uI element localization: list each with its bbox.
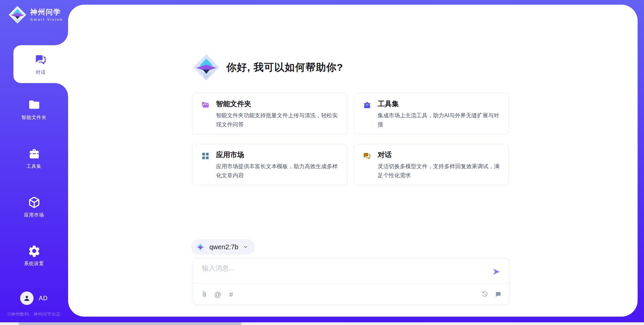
- user-account[interactable]: AD: [0, 291, 68, 305]
- message-input[interactable]: [201, 263, 484, 282]
- main-panel: 你好, 我可以如何帮助你? 智能文件夹 智能文件夹功能支持批量文件上传与清洗，轻…: [68, 5, 638, 317]
- sidebar-item-label: 系统设置: [24, 261, 44, 267]
- paperclip-icon: [201, 291, 208, 298]
- chat-bubble-icon: [495, 291, 502, 298]
- greeting-block: 你好, 我可以如何帮助你?: [192, 53, 343, 81]
- card-toolset[interactable]: 工具集 集成市场上主流工具，助力AI与外界无缝扩展与对接: [354, 93, 509, 134]
- tab-fillet-bottom: [55, 83, 68, 96]
- card-smart-folder[interactable]: 智能文件夹 智能文件夹功能支持批量文件上传与清洗，轻松实现文件问答: [192, 93, 347, 134]
- horizontal-scrollbar: [0, 322, 644, 325]
- composer-toolbar: @ #: [193, 283, 509, 305]
- copyright-footer: ©神州数码 · 神州问学出品: [0, 311, 68, 317]
- mention-button[interactable]: @: [214, 290, 221, 298]
- hash-icon: #: [229, 291, 233, 298]
- model-name: qwen2:7b: [209, 243, 238, 251]
- card-title: 智能文件夹: [216, 99, 251, 109]
- scrollbar-thumb[interactable]: [18, 322, 241, 325]
- card-description: 集成市场上主流工具，助力AI与外界无缝扩展与对接: [378, 111, 501, 129]
- card-description: 灵活切换多模型文件，支持多样回复效果调试，满足个性化需求: [378, 162, 501, 180]
- message-composer: @ #: [193, 258, 509, 305]
- history-icon: [481, 291, 488, 298]
- brand-title: 神州问学: [30, 8, 63, 16]
- at-icon: @: [214, 291, 221, 298]
- send-button[interactable]: [492, 267, 501, 276]
- brand-subtitle: Smart Vision: [30, 17, 63, 21]
- folder-open-icon: [201, 101, 210, 110]
- chevron-down-icon: [243, 244, 248, 250]
- sidebar-item-label: 智能文件夹: [21, 115, 47, 121]
- cube-icon: [28, 196, 41, 209]
- card-description: 智能文件夹功能支持批量文件上传与清洗，轻松实现文件问答: [216, 111, 340, 129]
- avatar: [20, 291, 34, 305]
- toolbox-icon: [363, 101, 372, 110]
- diamond-logo-icon: [8, 5, 27, 24]
- sidebar-item-chat[interactable]: 对话: [13, 45, 68, 83]
- person-icon: [23, 294, 31, 302]
- sidebar-item-settings[interactable]: 系统设置: [0, 244, 68, 274]
- brand-logo: 神州问学 Smart Vision: [8, 5, 63, 24]
- sidebar-item-app-market[interactable]: 应用市场: [0, 196, 68, 225]
- diamond-logo-icon: [192, 53, 220, 81]
- chat-icon: [363, 151, 372, 160]
- history-button[interactable]: [481, 290, 488, 298]
- card-title: 应用市场: [216, 150, 244, 159]
- chat-icon: [34, 53, 48, 66]
- user-name: AD: [39, 295, 48, 302]
- sidebar-item-label: 工具集: [26, 164, 42, 170]
- card-title: 对话: [378, 150, 392, 159]
- hashtag-button[interactable]: #: [227, 290, 235, 298]
- gear-icon: [28, 244, 41, 258]
- new-chat-button[interactable]: [494, 290, 502, 298]
- attach-file-button[interactable]: [201, 290, 208, 298]
- sidebar-item-label: 应用市场: [24, 212, 44, 218]
- send-icon: [492, 267, 501, 276]
- card-app-market[interactable]: 应用市场 应用市场提供丰富长文本模板，助力高效生成多样化文章内容: [192, 144, 347, 185]
- folder-icon: [28, 98, 41, 112]
- grid-icon: [201, 151, 210, 160]
- tab-fillet-top: [55, 32, 68, 45]
- feature-cards: 智能文件夹 智能文件夹功能支持批量文件上传与清洗，轻松实现文件问答 工具集 集成…: [192, 93, 509, 185]
- diamond-logo-icon: [196, 243, 205, 252]
- model-selector[interactable]: qwen2:7b: [191, 239, 255, 255]
- sidebar-item-toolset[interactable]: 工具集: [0, 147, 68, 177]
- app-root: 神州问学 Smart Vision 对话 智能文件夹: [0, 0, 644, 325]
- card-title: 工具集: [378, 99, 399, 109]
- toolbox-icon: [28, 147, 41, 160]
- sidebar-item-smart-folder[interactable]: 智能文件夹: [0, 98, 68, 128]
- sidebar-item-label: 对话: [36, 69, 46, 75]
- card-chat[interactable]: 对话 灵活切换多模型文件，支持多样回复效果调试，满足个性化需求: [354, 144, 509, 185]
- greeting-title: 你好, 我可以如何帮助你?: [226, 61, 343, 74]
- card-description: 应用市场提供丰富长文本模板，助力高效生成多样化文章内容: [216, 162, 340, 180]
- sidebar: 神州问学 Smart Vision 对话 智能文件夹: [0, 0, 68, 325]
